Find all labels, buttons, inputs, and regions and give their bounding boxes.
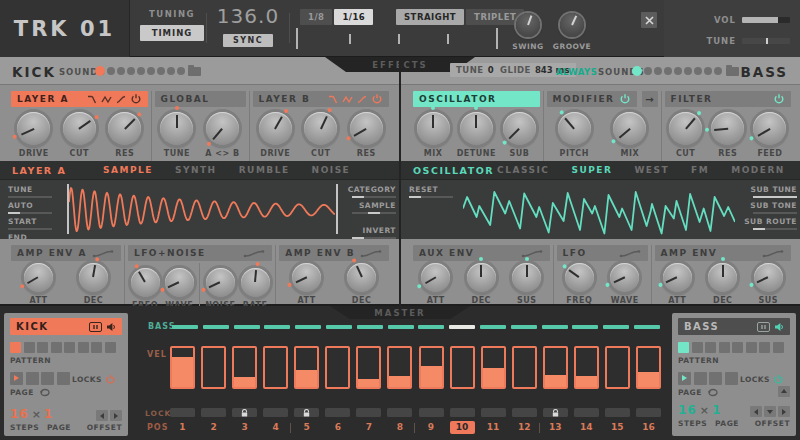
bass-transpose-down-button[interactable] [764,406,776,417]
pos-15[interactable]: 15 [605,421,630,434]
page-button-3[interactable] [709,372,722,385]
tab-modern[interactable]: MODERN [731,165,785,175]
lock-step-7[interactable] [356,408,381,417]
bass-step-4[interactable] [264,325,290,329]
velocity-step-14[interactable] [574,346,599,389]
bass-locks-power-icon[interactable] [773,374,784,385]
pattern-slot-1[interactable] [10,342,21,353]
bass-page-count-value[interactable]: 1 [712,403,721,417]
pos-7[interactable]: 7 [356,421,381,434]
page-button-4[interactable] [57,372,70,385]
tab-fm[interactable]: FM [691,165,709,175]
pos-11[interactable]: 11 [481,421,506,434]
dec-knob[interactable] [708,263,737,292]
swing-knob[interactable] [516,13,540,37]
pos-5[interactable]: 5 [294,421,319,434]
page-button-3[interactable] [41,372,54,385]
kick-offset-right-button[interactable] [110,410,122,421]
bass-step-10[interactable] [449,325,475,329]
lock-step-13[interactable] [543,408,568,417]
pos-2[interactable]: 2 [201,421,226,434]
pattern-slot-3[interactable] [37,342,48,353]
sub-knob[interactable] [503,112,536,145]
res-knob[interactable] [711,112,744,145]
start-param-slider[interactable] [8,228,52,230]
groove-knob[interactable] [560,13,584,37]
sus-knob[interactable] [512,263,541,292]
bass-step-2[interactable] [203,325,229,329]
pattern-slot-8[interactable] [105,342,116,353]
velocity-step-9[interactable] [419,346,444,389]
page-button-1[interactable] [10,372,23,385]
pattern-slot-6[interactable] [746,342,757,353]
a-b-knob[interactable] [206,112,239,145]
att-knob[interactable] [663,263,692,292]
tab-synth[interactable]: SYNTH [175,165,217,175]
bass-steps-value[interactable]: 16 [678,403,697,417]
bass-offset-right-button[interactable] [778,406,790,417]
sound-slot-6[interactable] [684,67,692,75]
tab-super[interactable]: SUPER [571,165,612,175]
page-button-2[interactable] [26,372,39,385]
bass-oscillator-waveform[interactable] [463,186,735,236]
pattern-slot-2[interactable] [692,342,703,353]
lock-step-9[interactable] [419,408,444,417]
lock-step-1[interactable] [170,408,195,417]
bass-tune-control[interactable]: TUNE 0 [450,63,500,77]
att-knob[interactable] [24,263,53,292]
velocity-step-11[interactable] [481,346,506,389]
bass-transpose-up-button[interactable] [778,386,790,397]
cut-knob[interactable] [63,112,96,145]
tab-noise[interactable]: NOISE [312,165,351,175]
lock-step-5[interactable] [294,408,319,417]
bass-step-5[interactable] [295,325,321,329]
pattern-slot-8[interactable] [773,342,784,353]
velocity-step-15[interactable] [605,346,630,389]
bass-step-1[interactable] [172,325,198,329]
wave-knob[interactable] [165,268,194,297]
pos-9[interactable]: 9 [419,421,444,434]
pos-14[interactable]: 14 [574,421,599,434]
bass-page-loop-icon[interactable] [706,388,720,397]
kick-sample-waveform[interactable] [69,186,335,234]
page-button-2[interactable] [694,372,707,385]
pos-13[interactable]: 13 [543,421,568,434]
kick-page-count-value[interactable]: 1 [44,407,53,421]
mix-knob[interactable] [417,112,450,145]
sound-slot-1[interactable] [632,66,642,76]
bass-step-6[interactable] [326,325,352,329]
sub-route-param-slider[interactable] [753,228,797,230]
pattern-slot-7[interactable] [91,342,102,353]
sound-slot-9[interactable] [714,67,722,75]
res-knob[interactable] [108,112,141,145]
decay-shape-icon[interactable] [328,95,338,104]
tab-west[interactable]: WEST [634,165,669,175]
sub-tune-param-slider[interactable] [753,196,797,198]
bass-step-7[interactable] [357,325,383,329]
sound-slot-1[interactable] [95,66,105,76]
bass-step-11[interactable] [480,325,506,329]
sound-slot-8[interactable] [704,67,712,75]
pattern-slot-5[interactable] [64,342,75,353]
tab-classic[interactable]: CLASSIC [497,165,549,175]
tab-master[interactable]: MASTER [330,306,470,319]
kick-offset-left-button[interactable] [96,410,108,421]
lock-step-11[interactable] [481,408,506,417]
sample-end-marker[interactable] [336,184,338,234]
sub-tone-param-slider[interactable] [753,212,797,214]
sus-knob[interactable] [754,263,783,292]
kick-seq-header[interactable]: KICK [10,318,122,335]
tab-rumble[interactable]: RUMBLE [239,165,290,175]
global-section-header[interactable]: GLOBAL [155,91,246,107]
sound-slot-5[interactable] [137,67,145,75]
velocity-step-3[interactable] [232,346,257,389]
sync-button[interactable]: SYNC [223,34,273,47]
lock-step-3[interactable] [232,408,257,417]
pitch-knob[interactable] [558,112,591,145]
pos-1[interactable]: 1 [170,421,195,434]
choke-group-icon[interactable] [757,322,770,332]
tab-sample[interactable]: SAMPLE [103,165,153,175]
auto-param-slider[interactable] [8,212,52,214]
pattern-slot-4[interactable] [719,342,730,353]
pattern-slot-2[interactable] [24,342,35,353]
